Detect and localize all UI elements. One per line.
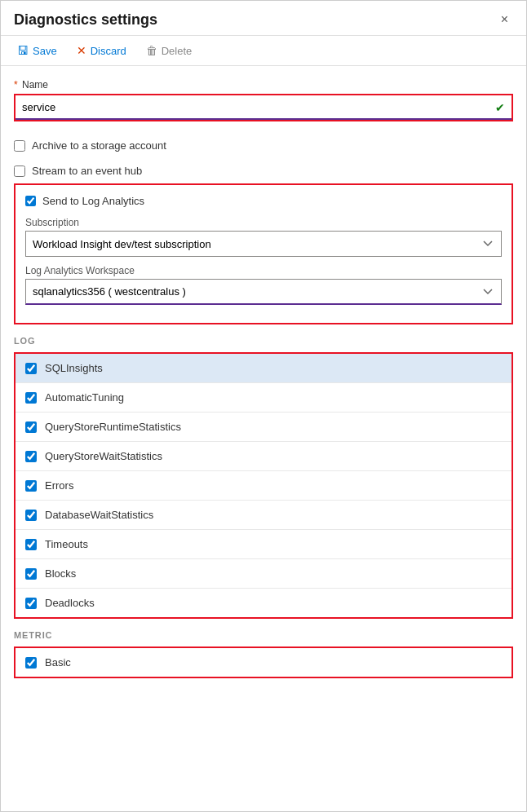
send-log-analytics-section: Send to Log Analytics Subscription Workl…	[14, 183, 513, 324]
metric-item-checkbox[interactable]	[25, 657, 37, 669]
log-item-label[interactable]: QueryStoreWaitStatistics	[45, 450, 162, 462]
log-item-label[interactable]: DatabaseWaitStatistics	[45, 509, 153, 521]
name-label: * Name	[14, 79, 513, 90]
metric-item-label[interactable]: Basic	[45, 656, 71, 669]
archive-label[interactable]: Archive to a storage account	[32, 139, 166, 152]
log-item-checkbox[interactable]	[25, 568, 37, 580]
stream-checkbox[interactable]	[14, 165, 25, 177]
name-section: * Name ✔	[14, 79, 513, 121]
log-item-label[interactable]: QueryStoreRuntimeStatistics	[45, 421, 181, 433]
discard-label: Discard	[91, 45, 126, 57]
log-section-box: SQLInsightsAutomaticTuningQueryStoreRunt…	[14, 352, 513, 619]
metric-section-label: METRIC	[14, 630, 513, 640]
log-item-checkbox[interactable]	[25, 598, 37, 609]
log-item: DatabaseWaitStatistics	[16, 501, 512, 530]
archive-checkbox-row: Archive to a storage account	[14, 133, 513, 158]
toolbar: 🖫 Save ✕ Discard 🗑 Delete	[1, 36, 526, 66]
required-star: *	[14, 79, 18, 90]
save-icon: 🖫	[17, 44, 29, 57]
name-input[interactable]	[16, 95, 512, 120]
workspace-wrapper: Log Analytics Workspace sqlanalytics356 …	[25, 265, 502, 305]
log-section-label: LOG	[14, 336, 513, 346]
log-item-checkbox[interactable]	[25, 421, 37, 433]
log-item-label[interactable]: SQLInsights	[45, 362, 103, 374]
name-input-wrapper: ✔	[14, 94, 513, 121]
discard-icon: ✕	[77, 44, 86, 57]
metric-section-box: Basic	[14, 647, 513, 678]
log-item-label[interactable]: Blocks	[45, 567, 76, 580]
log-item: QueryStoreWaitStatistics	[16, 442, 512, 471]
content-area: * Name ✔ Archive to a storage account St…	[1, 66, 526, 703]
name-field-label-text: Name	[22, 79, 48, 90]
close-button[interactable]: ×	[496, 11, 513, 29]
subscription-label: Subscription	[25, 217, 502, 228]
stream-label[interactable]: Stream to an event hub	[32, 165, 142, 177]
delete-label: Delete	[162, 45, 193, 57]
subscription-dropdown[interactable]: Workload Insight dev/test subscription	[25, 231, 502, 257]
panel-title: Diagnostics settings	[14, 11, 157, 29]
log-item: Blocks	[16, 559, 512, 589]
archive-checkbox[interactable]	[14, 140, 25, 152]
log-item-label[interactable]: Timeouts	[45, 538, 88, 550]
log-item-label[interactable]: Deadlocks	[45, 597, 95, 609]
delete-icon: 🗑	[146, 44, 157, 57]
save-button[interactable]: 🖫 Save	[14, 42, 60, 59]
send-log-checkbox[interactable]	[25, 196, 36, 206]
log-item: AutomaticTuning	[16, 383, 512, 413]
log-item-label[interactable]: AutomaticTuning	[45, 391, 124, 404]
log-item: Errors	[16, 471, 512, 501]
log-item-checkbox[interactable]	[25, 510, 37, 521]
log-item-label[interactable]: Errors	[45, 479, 73, 492]
metric-item: Basic	[16, 648, 512, 677]
stream-checkbox-row: Stream to an event hub	[14, 158, 513, 183]
panel-header: Diagnostics settings ×	[1, 1, 526, 36]
log-item: SQLInsights	[16, 354, 512, 383]
log-item-checkbox[interactable]	[25, 539, 37, 550]
send-log-header: Send to Log Analytics	[25, 195, 502, 207]
workspace-label: Log Analytics Workspace	[25, 265, 502, 276]
log-item-checkbox[interactable]	[25, 480, 37, 492]
workspace-dropdown[interactable]: sqlanalytics356 ( westcentralus )	[25, 279, 502, 305]
log-item: QueryStoreRuntimeStatistics	[16, 413, 512, 442]
save-label: Save	[33, 45, 57, 57]
log-item-checkbox[interactable]	[25, 363, 37, 374]
diagnostics-panel: Diagnostics settings × 🖫 Save ✕ Discard …	[0, 0, 527, 812]
send-log-label[interactable]: Send to Log Analytics	[42, 195, 144, 207]
log-item: Timeouts	[16, 530, 512, 559]
log-item-checkbox[interactable]	[25, 451, 37, 462]
validation-check-icon: ✔	[495, 101, 505, 114]
delete-button[interactable]: 🗑 Delete	[143, 42, 196, 59]
log-item-checkbox[interactable]	[25, 392, 37, 404]
log-item: Deadlocks	[16, 589, 512, 617]
discard-button[interactable]: ✕ Discard	[73, 42, 130, 59]
subscription-wrapper: Subscription Workload Insight dev/test s…	[25, 217, 502, 257]
